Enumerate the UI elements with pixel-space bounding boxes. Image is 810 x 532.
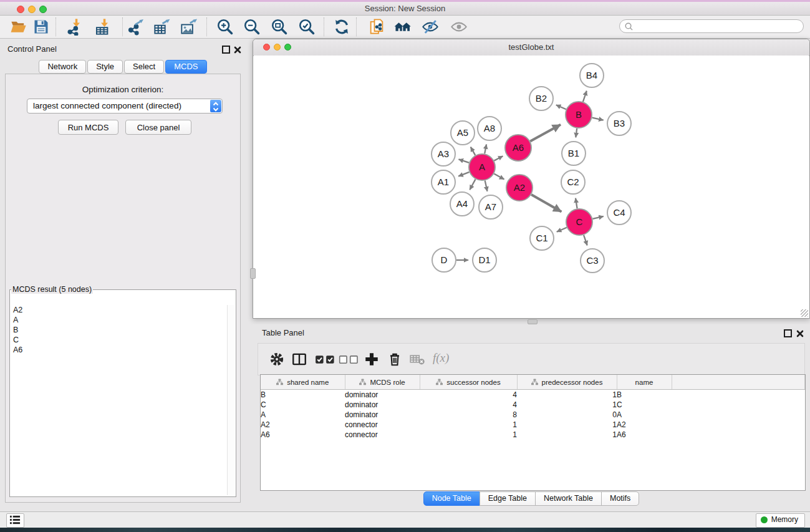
graph-node-B4[interactable]: B4 bbox=[580, 64, 604, 87]
graph-node-C1[interactable]: C1 bbox=[530, 226, 554, 250]
cell-name[interactable]: B bbox=[617, 390, 672, 400]
zoom-out-icon[interactable] bbox=[243, 18, 261, 36]
cell-predecessor_nodes[interactable]: 1 bbox=[517, 400, 617, 410]
tab-network-table[interactable]: Network Table bbox=[535, 491, 602, 506]
graph-node-A2[interactable]: A2 bbox=[506, 175, 533, 201]
clone-network-icon[interactable] bbox=[368, 18, 385, 36]
graph-edge-A-A4[interactable] bbox=[470, 179, 475, 190]
graph-node-B1[interactable]: B1 bbox=[562, 142, 586, 165]
graph-edge-A-A5[interactable] bbox=[471, 147, 475, 155]
column-header-shared-name[interactable]: shared name bbox=[261, 375, 345, 390]
graph-node-A3[interactable]: A3 bbox=[432, 142, 455, 166]
graph-edge-A-A1[interactable] bbox=[458, 172, 469, 177]
result-list-item[interactable]: C bbox=[11, 335, 227, 345]
graph-edge-B-B1[interactable] bbox=[576, 128, 577, 137]
graph-node-B3[interactable]: B3 bbox=[607, 112, 631, 135]
search-input[interactable] bbox=[636, 21, 798, 33]
hide-eye-icon[interactable] bbox=[422, 18, 439, 36]
tab-motifs[interactable]: Motifs bbox=[601, 491, 639, 506]
cell-name[interactable]: A6 bbox=[617, 430, 672, 440]
cell-successor_nodes[interactable]: 1 bbox=[420, 430, 517, 440]
graph-edge-B-B2[interactable] bbox=[556, 105, 566, 109]
graph-edge-C-C1[interactable] bbox=[557, 228, 567, 232]
cell-shared_name[interactable]: B bbox=[261, 390, 345, 400]
criterion-select[interactable]: largest connected component (directed) bbox=[27, 99, 223, 114]
graph-edge-A-A7[interactable] bbox=[485, 180, 488, 191]
zoom-fit-icon[interactable] bbox=[271, 18, 288, 36]
show-eye-icon[interactable] bbox=[450, 18, 468, 36]
cell-shared_name[interactable]: A bbox=[261, 410, 345, 420]
cell-successor_nodes[interactable]: 8 bbox=[420, 410, 517, 420]
cell-name[interactable]: A2 bbox=[617, 420, 672, 430]
graph-node-C3[interactable]: C3 bbox=[581, 249, 604, 273]
table-row[interactable]: Adominator80A bbox=[261, 410, 805, 420]
graph-node-A7[interactable]: A7 bbox=[479, 195, 503, 219]
open-file-icon[interactable] bbox=[10, 18, 27, 36]
tab-node-table[interactable]: Node Table bbox=[423, 491, 480, 506]
result-scrollbar[interactable] bbox=[227, 305, 234, 495]
float-panel-icon[interactable] bbox=[222, 46, 230, 54]
cell-successor_nodes[interactable]: 1 bbox=[420, 420, 517, 430]
cell-mcds_role[interactable]: dominator bbox=[345, 390, 420, 400]
network-graph[interactable]: B4B2BB3A5A8A6B1A3AC2A1A2A4A7C4CC1C3DD1 bbox=[254, 56, 809, 317]
graph-node-A6[interactable]: A6 bbox=[505, 135, 531, 161]
cell-shared_name[interactable]: A6 bbox=[261, 430, 345, 440]
delete-table-icon[interactable] bbox=[409, 351, 425, 367]
column-header-successor-nodes[interactable]: successor nodes bbox=[420, 375, 517, 390]
save-session-icon[interactable] bbox=[32, 18, 50, 36]
cell-successor_nodes[interactable]: 4 bbox=[420, 390, 517, 400]
graph-edge-A-A8[interactable] bbox=[485, 144, 486, 153]
close-panel-button[interactable]: Close panel bbox=[125, 120, 191, 135]
network-canvas[interactable]: B4B2BB3A5A8A6B1A3AC2A1A2A4A7C4CC1C3DD1 bbox=[254, 56, 809, 317]
table-row[interactable]: Cdominator41C bbox=[261, 400, 805, 410]
graph-edge-A2-C[interactable] bbox=[531, 195, 561, 212]
tab-mcds[interactable]: MCDS bbox=[165, 60, 206, 74]
zoom-in-icon[interactable] bbox=[216, 18, 234, 36]
graph-node-A4[interactable]: A4 bbox=[450, 192, 474, 216]
graph-edge-C-C3[interactable] bbox=[584, 235, 587, 246]
graph-node-B2[interactable]: B2 bbox=[529, 87, 553, 110]
column-header-predecessor-nodes[interactable]: predecessor nodes bbox=[517, 375, 617, 390]
task-history-button[interactable] bbox=[6, 513, 24, 528]
graph-node-A[interactable]: A bbox=[469, 154, 495, 180]
resize-grip[interactable] bbox=[801, 309, 808, 317]
float-panel-icon[interactable] bbox=[784, 329, 792, 337]
tab-style[interactable]: Style bbox=[87, 60, 123, 74]
cell-predecessor_nodes[interactable]: 1 bbox=[517, 420, 617, 430]
memory-button[interactable]: Memory bbox=[756, 513, 805, 528]
graph-edge-A-A3[interactable] bbox=[459, 159, 470, 163]
graph-node-C4[interactable]: C4 bbox=[607, 201, 631, 225]
graph-edge-C-C4[interactable] bbox=[592, 216, 603, 219]
graph-edge-C-C2[interactable] bbox=[576, 198, 577, 209]
run-mcds-button[interactable]: Run MCDS bbox=[58, 120, 118, 135]
tab-select[interactable]: Select bbox=[124, 60, 164, 74]
cell-mcds_role[interactable]: connector bbox=[345, 430, 420, 440]
split-divider-handle[interactable] bbox=[528, 319, 538, 324]
graph-edge-A-A6[interactable] bbox=[494, 156, 503, 160]
cell-predecessor_nodes[interactable]: 0 bbox=[517, 410, 617, 420]
tab-network[interactable]: Network bbox=[39, 60, 86, 74]
import-table-icon[interactable] bbox=[95, 18, 112, 36]
cell-mcds_role[interactable]: dominator bbox=[345, 410, 420, 420]
graph-node-C[interactable]: C bbox=[566, 209, 592, 235]
export-table-icon[interactable] bbox=[153, 18, 171, 36]
select-all-icon[interactable] bbox=[315, 351, 336, 367]
graph-node-A1[interactable]: A1 bbox=[432, 170, 455, 194]
table-row[interactable]: A6connector11A6 bbox=[261, 430, 805, 440]
cell-predecessor_nodes[interactable]: 1 bbox=[517, 430, 617, 440]
graph-edge-A-A2[interactable] bbox=[494, 174, 504, 180]
gear-icon[interactable] bbox=[269, 351, 285, 367]
result-list-item[interactable]: A2 bbox=[11, 305, 227, 315]
result-list-item[interactable]: A6 bbox=[11, 345, 227, 355]
export-network-icon[interactable] bbox=[127, 18, 145, 36]
split-column-icon[interactable] bbox=[291, 351, 307, 367]
column-header-name[interactable]: name bbox=[617, 375, 672, 390]
cell-mcds_role[interactable]: dominator bbox=[345, 400, 420, 410]
deselect-all-icon[interactable] bbox=[339, 351, 360, 367]
tab-edge-table[interactable]: Edge Table bbox=[480, 491, 536, 506]
cell-shared_name[interactable]: C bbox=[261, 400, 345, 410]
zoom-selected-icon[interactable] bbox=[298, 18, 316, 36]
table-header-row[interactable]: shared nameMCDS rolesuccessor nodesprede… bbox=[261, 375, 805, 390]
mcds-result-list[interactable]: A2ABCA6 bbox=[11, 305, 227, 495]
add-column-icon[interactable] bbox=[364, 351, 380, 367]
